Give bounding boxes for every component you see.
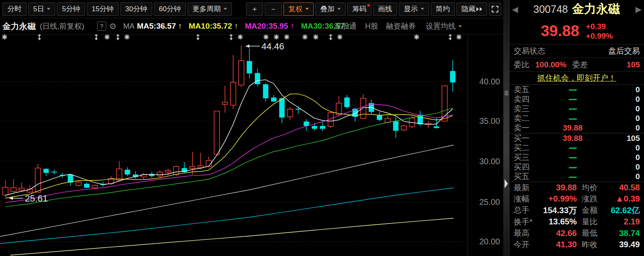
price-change-pct: +0.99% [586,31,613,41]
level-volume: 0 [605,143,640,153]
period-tab-6[interactable]: 更多周期 [188,2,232,16]
ask-row-5[interactable]: 卖五0 [510,85,644,94]
stat-value: 39.49 [607,240,640,249]
level-price [540,95,605,104]
period-tab-3[interactable]: 15分钟 [87,2,119,16]
stat-value: 41.30 [539,240,577,249]
stat-cell: 涨跌▲0.39 [577,194,640,204]
tool-button-1[interactable]: 叠加 [315,2,346,16]
empty-price-dash-icon [569,89,577,91]
level-price [540,85,605,94]
tool-button-3[interactable]: 画线 [373,2,397,16]
tool-button-0[interactable]: 复权 [283,2,314,16]
ma-value-2: MA20:35.95 ↑ [245,22,294,31]
divider-grip-icon[interactable] [505,91,508,96]
stat-value: 39.88 [539,183,577,192]
help-icon[interactable]: ? [97,22,106,31]
tool-button-6[interactable]: 隐藏 [456,2,487,16]
info-link-2[interactable]: 融资融券 [386,18,416,34]
event-flower-icon [263,34,268,39]
toolbar-button-label: 5分钟 [62,4,80,14]
ask-row-2[interactable]: 卖二0 [510,114,644,123]
bid-row-1[interactable]: 买一39.88105 [510,133,644,143]
stats-grid: 最新39.88均价40.58涨幅+0.99%涨跌▲0.39总手154.33万金额… [510,182,644,250]
stat-label: 量比 [582,217,607,227]
price-annotation: 25.61 [9,193,48,204]
chart-mode-label: (日线,前复权) [40,18,84,34]
level-label: 买五 [514,171,540,182]
stat-label: 今开 [514,239,539,250]
chevron-right-icon [480,7,482,11]
period-tab-2[interactable]: 5分钟 [57,2,85,16]
ma-settings-button[interactable]: 设置均线 [426,18,462,34]
event-arrows-icon [38,34,41,40]
zoom-out-button[interactable]: － [265,2,282,16]
fullscreen-button[interactable] [489,2,501,16]
event-arrows-icon [229,34,233,40]
level-price: 39.88 [540,123,605,133]
stat-cell: 最新39.88 [514,182,577,193]
info-link-1[interactable]: H股 [365,18,378,34]
panel-divider[interactable] [503,0,509,256]
gear-icon[interactable]: ⚙ [109,18,117,34]
quote-header: ◀ 300748 金力永磁 ▶ [510,0,644,18]
toolbar-button-label: 15分钟 [92,4,114,14]
stat-label: 最高 [514,228,539,239]
zoom-in-button[interactable]: ＋ [246,2,263,16]
stat-cell: 金额62.62亿 [577,205,640,216]
level-label: 卖五 [514,84,540,95]
event-flower-icon [302,34,307,39]
level-label: 买二 [514,143,540,153]
level-label: 买三 [514,152,540,163]
level-price [540,143,605,153]
period-tab-4[interactable]: 30分钟 [120,2,152,16]
event-flower-icon [337,34,342,39]
bid-row-3[interactable]: 买三0 [510,153,644,162]
level-volume: 0 [605,114,640,123]
toolbar-button-label: 复权 [288,4,302,14]
level-price [540,162,605,172]
toolbar-button-label: 分时 [7,4,22,14]
tool-button-4[interactable]: 显示 [399,2,429,16]
open-account-link[interactable]: 抓住机会，即刻开户！ [537,73,616,84]
weibi-label: 委比 [514,59,529,70]
tool-button-5[interactable]: 简约 [431,2,455,16]
bid-row-5[interactable]: 买五0 [510,172,644,182]
stat-value: 40.58 [607,183,640,192]
level-price [540,114,605,123]
ask-row-1[interactable]: 卖一39.880 [510,123,644,133]
level-volume: 0 [605,104,640,113]
ask-row-4[interactable]: 卖四0 [510,94,644,104]
level-volume: 105 [605,134,640,143]
empty-price-dash-icon [569,157,577,158]
svg-text:44.46: 44.46 [261,41,284,52]
price-annotation: 44.46 [246,41,284,52]
fullscreen-icon [491,5,499,13]
level-volume: 0 [605,95,640,104]
stats-row-1: 涨幅+0.99%涨跌▲0.39 [510,193,644,204]
chevron-down-icon [47,8,50,10]
info-link-0[interactable]: 深股通 [334,18,356,34]
tool-button-2[interactable]: 筹码 [347,2,371,16]
weibi-value: 100.00% [535,60,566,69]
empty-price-dash-icon [569,118,577,120]
trade-status-row: 交易状态 盘后交易 [510,44,644,58]
ask-row-3[interactable]: 卖三0 [510,104,644,113]
bid-row-2[interactable]: 买二0 [510,143,644,153]
event-flower-icon [284,34,289,39]
stat-value: 2.19 [607,217,640,226]
next-stock-arrow[interactable]: ▶ [635,5,642,14]
stat-label: 涨跌 [582,194,607,204]
weicha-value: 105 [627,60,640,69]
level-label: 卖四 [514,94,540,105]
event-flower-icon [238,34,243,39]
prev-stock-arrow[interactable]: ◀ [512,5,518,14]
period-tab-5[interactable]: 60分钟 [154,2,186,16]
weicha-label: 委差 [572,59,588,70]
collapse-panel-arrow-icon[interactable] [505,179,508,188]
level-label: 卖一 [514,123,540,133]
period-tab-1[interactable]: 5日 [28,2,55,16]
toolbar-button-label: 5日 [33,4,44,14]
bid-row-4[interactable]: 买四0 [510,162,644,172]
period-tab-0[interactable]: 分时 [2,2,27,16]
